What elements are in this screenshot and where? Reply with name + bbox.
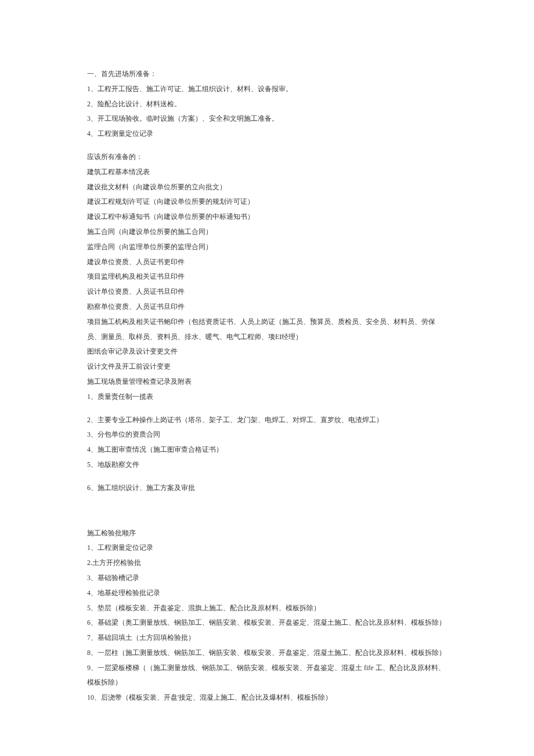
section2-item: 图纸会审记录及设计变更文件 [87, 344, 447, 359]
section2-item: 建设工程规划许可证（向建设单位所要的规划许可证） [87, 195, 447, 210]
section3-item: 3、基础验槽记录 [87, 571, 447, 586]
section2-item: 建设单位资质、人员证书更印件 [87, 255, 447, 270]
section2-item: 建设批文材料（向建设单位所要的立向批文） [87, 180, 447, 195]
section2-item: 设计单位资质、人员证书旦印件 [87, 285, 447, 300]
section3-item: 4、地基处理检验批记录 [87, 586, 447, 601]
section2-item: 建筑工程基本情况表 [87, 165, 447, 180]
section2-item: 施工现场质量管理检查记录及附表 [87, 375, 447, 390]
section3-item: 10、后浇带（模板安装、开盘'接定、混凝上施工、配合比及爆材料、模板拆除） [87, 690, 447, 705]
section3-item: 2.土方开挖检验批 [87, 556, 447, 571]
section2-item: 监理合同（向监理单位所要的监理合同） [87, 240, 447, 255]
section3-item: 9、一层梁板楼梯（（施工测量放线、钢筋加工、钢筋安装、模板安装、开盘鉴定、混凝土… [87, 661, 447, 691]
section1-item: 4、工程测量定位记录 [87, 127, 447, 142]
section1-title: 一、首先进场所准备： [87, 67, 447, 82]
section1-item: 1、工程开工报告、施工许可证、施工组织设计、材料、设备报审。 [87, 82, 447, 97]
section3-item: 1、工程测量定位记录 [87, 541, 447, 556]
section2-item: 项目监理机构及相关证书旦印件 [87, 269, 447, 285]
section2-item: 施工合同（向建设单位所要的施工合同） [87, 225, 447, 240]
section3-item: 7、基础回填土（土方回填检验批） [87, 631, 447, 646]
section2b-item: 2、主要专业工种操作上岗证书（塔吊、架子工、龙门架、电焊工、对焊工、直罗纹、电渣… [87, 413, 447, 428]
section2-item: 建设工程中标通知书（向建设单位所要的中标通知书） [87, 210, 447, 225]
section2-item: 勘察单位资质、人员证书旦印件 [87, 300, 447, 315]
section3-item: 5、垫层（模板安装、开盘鉴定、混旗上施工、配合比及原材料、模板拆除） [87, 601, 447, 616]
section3-item: 8、一层柱（施工测量放线、钢筋加工、钢筋安装、模板安装、开盘鉴定、混凝土施工、配… [87, 646, 447, 661]
section3-title: 施工检验批顺序 [87, 526, 447, 541]
section2-title: 应该所有准备的： [87, 150, 447, 165]
section2-item: 项目施工机构及相关证书鲍印件（包括资质证书、人员上岗证（施工员、预算员、质检员、… [87, 315, 447, 345]
section2b-item: 5、地版勘察文件 [87, 458, 447, 473]
section2-item: 1、质量责任制一揽表 [87, 390, 447, 405]
section2b-item: 4、施工图审查情况（施工图审查合格证书） [87, 442, 447, 458]
section2c-item: 6、施工组织设计、施工方案及审批 [87, 481, 447, 496]
section3-item: 6、基础梁（奥工测量放线、钢筋加工、钢筋安装、模板安装、开盘鉴定、混凝土施工、配… [87, 615, 447, 631]
document-page: 一、首先进场所准备： 1、工程开工报告、施工许可证、施工组织设计、材料、设备报审… [0, 0, 534, 740]
section2-item: 设计文件及开工前设计变更 [87, 359, 447, 375]
section1-item: 3、开工现场验收。临时设施（方案）、安全和文明施工准备。 [87, 111, 447, 127]
section1-item: 2、险配合比设计、材料送检。 [87, 97, 447, 112]
section2b-item: 3、分包单位的资质合同 [87, 427, 447, 442]
